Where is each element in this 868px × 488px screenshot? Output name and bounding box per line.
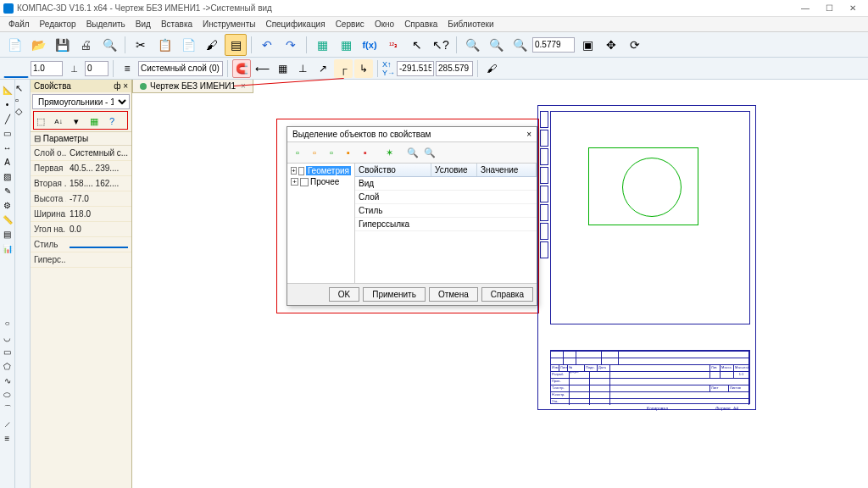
doc-tab-close-icon[interactable]: × <box>241 81 246 91</box>
scale-combo[interactable] <box>31 61 63 76</box>
grid-row-style[interactable]: Стиль <box>355 204 537 218</box>
col-value[interactable]: Значение <box>477 164 537 176</box>
menu-libraries[interactable]: Библиотеки <box>442 18 498 30</box>
menu-view[interactable]: Вид <box>131 18 156 30</box>
variables-button[interactable]: ▦ <box>335 34 357 56</box>
line-icon[interactable]: ╱ <box>1 112 14 125</box>
prop-row-first[interactable]: Первая ...40.5... 239.... <box>31 161 131 176</box>
round-button[interactable]: ┌ <box>334 59 353 78</box>
ortho-button[interactable]: ⊥ <box>293 59 312 78</box>
tree-item-geometry[interactable]: +Геометрия <box>289 165 353 176</box>
circle-tool-icon[interactable]: ○ <box>1 316 14 330</box>
zoom-window-button[interactable]: ▣ <box>576 34 598 56</box>
dim-button[interactable]: ⟵ <box>253 59 271 78</box>
print-button[interactable]: 🖨 <box>75 34 97 56</box>
menu-service[interactable]: Сервис <box>331 18 370 30</box>
paste-button[interactable]: 📄 <box>177 34 199 56</box>
redo-button[interactable]: ↷ <box>280 34 302 56</box>
tool-b-icon[interactable]: ▫ <box>15 95 30 105</box>
report-icon[interactable]: 📊 <box>1 241 14 255</box>
fx-button[interactable]: f(x) <box>359 34 381 56</box>
dlg-btn-new-icon[interactable]: ▫ <box>290 145 305 160</box>
prop-row-angle[interactable]: Угол на...0.0 <box>31 222 131 237</box>
fillet-tool-icon[interactable]: ⌒ <box>1 402 14 416</box>
prop-row-second[interactable]: Вторая ...158.... 162.... <box>31 176 131 191</box>
parameters-section-header[interactable]: ⊟ Параметры <box>31 132 131 146</box>
preview-button[interactable]: 🔍 <box>98 34 120 56</box>
coord-y-input[interactable] <box>436 61 473 76</box>
edit-icon[interactable]: ✎ <box>1 184 14 197</box>
save-button[interactable]: 💾 <box>51 34 73 56</box>
dlg-btn-obj-icon[interactable]: ✶ <box>381 145 397 160</box>
step-button[interactable]: ⟂ <box>64 59 83 78</box>
dialog-ok-button[interactable]: OK <box>329 287 359 302</box>
zoom-value-input[interactable] <box>532 37 575 53</box>
dlg-btn-sub-icon[interactable]: ▫ <box>324 145 339 160</box>
tool-c-icon[interactable]: ◇ <box>15 106 30 117</box>
ellipse-tool-icon[interactable]: ⬭ <box>1 388 14 402</box>
pan-button[interactable]: ✥ <box>600 34 622 56</box>
dlg-btn-invert-icon[interactable]: ▪ <box>341 145 356 160</box>
rect-tool-icon[interactable]: ▭ <box>1 345 14 358</box>
col-condition[interactable]: Условие <box>431 164 477 176</box>
help-cursor-button[interactable]: ↖? <box>430 34 452 56</box>
grid-row-hyperlink[interactable]: Гиперссылка <box>355 218 537 231</box>
step-input[interactable] <box>85 61 108 76</box>
layer-icon[interactable]: ≡ <box>118 59 136 78</box>
coord-x-input[interactable] <box>397 61 434 76</box>
dialog-close-icon[interactable]: × <box>526 130 531 139</box>
prop-btn1-icon[interactable]: ⬚ <box>32 113 49 130</box>
grid-button[interactable]: ▦ <box>273 59 292 78</box>
prop-help-icon[interactable]: ? <box>103 113 120 130</box>
menu-edit[interactable]: Редактор <box>35 18 81 30</box>
menu-help[interactable]: Справка <box>399 18 442 30</box>
brush-button[interactable]: 🖌 <box>201 34 223 56</box>
zoom-fit-button[interactable]: 🔍 <box>509 34 531 56</box>
prop-row-layer[interactable]: Слой о...Системный с... <box>31 146 131 161</box>
menu-spec[interactable]: Спецификация <box>260 18 330 30</box>
menu-tools[interactable]: Инструменты <box>198 18 260 30</box>
menu-insert[interactable]: Вставка <box>156 18 198 30</box>
dlg-btn-add-icon[interactable]: ▫ <box>307 145 322 160</box>
panel-close-icon[interactable]: × <box>123 81 128 91</box>
grid-row-layer[interactable]: Слой <box>355 191 537 204</box>
refresh-button[interactable]: ⟳ <box>624 34 646 56</box>
dialog-tree[interactable]: +Геометрия +Прочее <box>287 164 355 283</box>
dialog-grid[interactable]: Свойство Условие Значение Вид Слой Стиль… <box>355 164 537 283</box>
arc-tool-icon[interactable]: ◡ <box>1 330 14 344</box>
tool-a-icon[interactable]: ↖ <box>15 83 30 94</box>
col-property[interactable]: Свойство <box>355 164 431 176</box>
dlg-zoom-out-icon[interactable]: 🔍 <box>422 145 437 160</box>
style-button[interactable] <box>3 59 29 78</box>
new-button[interactable]: 📄 <box>3 34 25 56</box>
properties-button[interactable]: ▤ <box>225 34 247 56</box>
geometry-icon[interactable]: 📐 <box>1 83 14 97</box>
object-selector-combo[interactable]: Прямоугольники - 1 <box>32 94 130 109</box>
offset-tool-icon[interactable]: ≡ <box>1 431 14 445</box>
prop-filter-icon[interactable]: ▾ <box>68 113 85 130</box>
dlg-btn-clear-icon[interactable]: ▪ <box>358 145 373 160</box>
spline-tool-icon[interactable]: ∿ <box>1 374 14 387</box>
text-icon[interactable]: A <box>1 155 14 169</box>
drawing-canvas[interactable]: Чертеж БЕЗ ИМЕНИ1 × ИзмЛист№ докум.Подп.… <box>132 80 868 488</box>
close-button[interactable]: ✕ <box>841 1 865 16</box>
param-icon[interactable]: ⚙ <box>1 198 14 212</box>
prop-row-hyperlink[interactable]: Гиперс... <box>31 252 131 268</box>
dimension-icon[interactable]: ↔ <box>1 141 14 154</box>
prop-row-style[interactable]: Стиль <box>31 237 131 252</box>
prop-apply-icon[interactable]: ▦ <box>86 113 103 130</box>
document-tab[interactable]: Чертеж БЕЗ ИМЕНИ1 × <box>132 80 253 93</box>
snap-button[interactable]: 🧲 <box>232 59 251 78</box>
dialog-help-button[interactable]: Справка <box>481 287 533 302</box>
cut-button[interactable]: ✂ <box>130 34 152 56</box>
spec-icon[interactable]: ▤ <box>1 227 14 241</box>
vars-button[interactable]: ¹²₃ <box>382 34 404 56</box>
point-icon[interactable]: • <box>1 97 14 111</box>
dlg-zoom-in-icon[interactable]: 🔍 <box>405 145 420 160</box>
dialog-apply-button[interactable]: Применить <box>363 287 426 302</box>
manager-button[interactable]: ▦ <box>311 34 333 56</box>
maximize-button[interactable]: ☐ <box>817 1 841 16</box>
chamfer-tool-icon[interactable]: ⟋ <box>1 417 14 430</box>
prop-row-width[interactable]: Ширина...118.0 <box>31 207 131 222</box>
open-button[interactable]: 📂 <box>27 34 49 56</box>
